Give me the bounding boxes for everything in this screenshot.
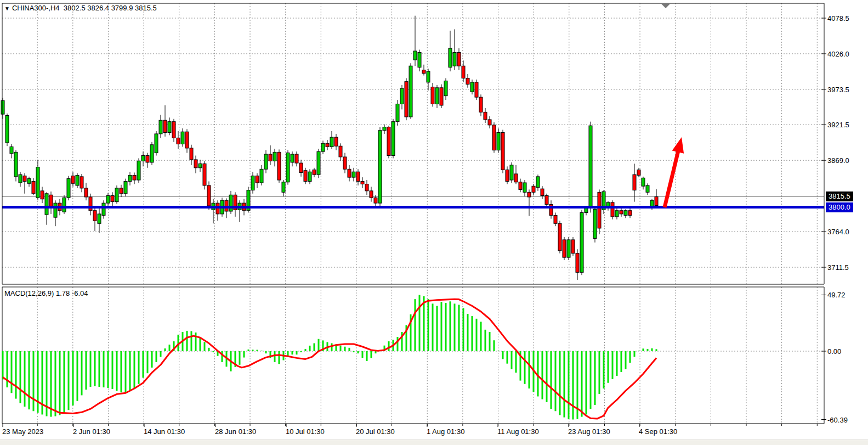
chart-window: ▼CHINA300-,H4 3802.5 3826.4 3799.9 3815.… xyxy=(0,0,868,445)
time-tick-label: 1 Aug 01:30 xyxy=(427,427,464,436)
time-tick-label: 11 Aug 01:30 xyxy=(497,427,539,436)
macd-histogram xyxy=(3,295,656,420)
macd-indicator-panel[interactable] xyxy=(0,285,868,428)
high-value: 3826.4 xyxy=(87,4,109,12)
time-tick-label: 14 Jun 01:30 xyxy=(144,427,185,436)
macd-tick-label: 0.00 xyxy=(827,347,841,356)
price-tick-label: 3764.0 xyxy=(827,228,849,236)
macd-signal-line xyxy=(3,299,656,419)
macd-header: MACD(12,26,9) 1.78 -6.04 xyxy=(4,289,88,297)
time-tick-label: 23 May 2023 xyxy=(2,427,43,436)
price-chart-panel[interactable] xyxy=(0,0,868,285)
price-tick-label: 4078.5 xyxy=(827,14,849,22)
time-tick-label: 4 Sep 01:30 xyxy=(639,427,677,436)
window-bottom-strip xyxy=(0,440,868,445)
time-tick-label: 2 Jun 01:30 xyxy=(73,427,110,436)
price-panel-border xyxy=(2,3,826,284)
price-tick-label: 3711.5 xyxy=(827,263,849,272)
low-value: 3799.9 xyxy=(111,4,133,12)
price-tick-label: 3869.0 xyxy=(827,156,849,165)
current-price-label: 3815.5 xyxy=(826,191,853,201)
open-value: 3802.5 xyxy=(64,4,86,12)
hline-price-label: 3800.0 xyxy=(826,202,853,212)
price-tick-label: 3921.5 xyxy=(827,121,849,129)
time-tick-label: 28 Jun 01:30 xyxy=(215,427,256,436)
close-value: 3815.5 xyxy=(135,4,157,12)
macd-indicator-label: MACD(12,26,9) xyxy=(4,289,54,297)
macd-tick-label: -60.39 xyxy=(827,415,848,424)
candles-layer xyxy=(1,16,658,280)
price-tick-label: 3973.5 xyxy=(827,85,849,93)
macd-signal-value: -6.04 xyxy=(72,289,88,297)
macd-tick-label: 49.72 xyxy=(827,291,846,299)
symbol-timeframe-label: CHINA300-,H4 xyxy=(12,4,60,12)
price-tick-label: 4026.0 xyxy=(827,49,849,58)
time-tick-label: 10 Jul 01:30 xyxy=(286,427,325,436)
chart-header: ▼CHINA300-,H4 3802.5 3826.4 3799.9 3815.… xyxy=(4,4,157,12)
time-ticks xyxy=(3,424,817,427)
symbol-dropdown-icon[interactable]: ▼ xyxy=(4,5,10,12)
time-tick-label: 23 Aug 01:30 xyxy=(568,427,610,436)
chart-shift-marker-icon[interactable] xyxy=(661,3,671,8)
price-gridlines xyxy=(2,3,824,284)
macd-value: 1.78 xyxy=(56,289,70,297)
time-tick-label: 20 Jul 01:30 xyxy=(356,427,395,436)
